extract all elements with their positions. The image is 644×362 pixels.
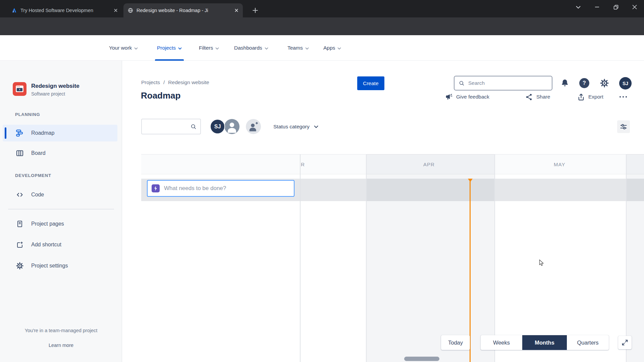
jira-navbar: Jira Software Your work Projects Filters… — [0, 35, 644, 61]
give-feedback-button[interactable]: Give feedback — [445, 92, 489, 102]
new-tab-button[interactable] — [251, 6, 260, 15]
mouse-cursor — [538, 259, 546, 267]
help-icon[interactable]: ? — [579, 78, 589, 88]
epic-icon — [152, 184, 160, 192]
sidebar-item-project-pages[interactable]: Project pages — [3, 216, 117, 232]
create-button[interactable]: Create — [357, 76, 384, 90]
window-controls — [569, 0, 644, 14]
sidebar-item-add-shortcut[interactable]: Add shortcut — [3, 236, 117, 253]
browser-toolbar: uifeed.atlassian.net/jira/software/proje… — [0, 17, 644, 35]
nav-menu-filters[interactable]: Filters — [199, 35, 219, 61]
breadcrumb: Projects / Redesign website — [141, 79, 209, 85]
nav-menu-label: Your work — [109, 45, 132, 51]
zoom-quarters-button[interactable]: Quarters — [567, 335, 609, 350]
global-search-input[interactable] — [468, 80, 548, 86]
timeline-panel-border — [300, 154, 301, 362]
timeline-zoom-group: Weeks Months Quarters — [481, 335, 609, 350]
nav-menu-apps[interactable]: Apps — [323, 35, 341, 61]
sidebar-item-project-settings[interactable]: Project settings — [3, 257, 117, 274]
sidebar-heading-planning: PLANNING — [15, 112, 40, 117]
code-icon — [16, 191, 24, 199]
tab-search-chevron-icon[interactable] — [569, 0, 588, 14]
sidebar-item-label: Code — [31, 192, 44, 198]
sidebar-item-label: Roadmap — [31, 130, 54, 136]
nav-menu-dashboards[interactable]: Dashboards — [234, 35, 268, 61]
today-marker-triangle — [468, 179, 473, 182]
timeline-shaded-column-apr — [366, 154, 494, 362]
search-icon — [459, 80, 465, 86]
zoom-weeks-button[interactable]: Weeks — [481, 335, 522, 350]
view-settings-button[interactable] — [617, 120, 630, 133]
window-minimize-button[interactable] — [588, 0, 606, 14]
breadcrumb-separator: / — [163, 79, 165, 85]
notifications-bell-icon[interactable] — [560, 78, 570, 88]
sidebar-item-label: Project settings — [31, 263, 68, 269]
more-horizontal-icon — [619, 96, 628, 98]
today-button[interactable]: Today — [441, 335, 470, 350]
nav-menu-label: Apps — [323, 45, 335, 51]
learn-more-link[interactable]: Learn more — [0, 343, 122, 348]
export-icon — [577, 93, 585, 101]
breadcrumb-current[interactable]: Redesign website — [168, 79, 209, 85]
project-avatar-icon[interactable] — [13, 82, 26, 96]
nav-menu-projects[interactable]: Projects — [157, 35, 182, 61]
screen: Try Hosted Software Developmen Redesign … — [0, 0, 644, 362]
share-button[interactable]: Share — [525, 92, 550, 102]
horizontal-scrollbar-thumb[interactable] — [404, 357, 439, 361]
settings-gear-icon[interactable] — [600, 78, 609, 88]
add-people-button[interactable] — [246, 119, 261, 134]
project-type: Software project — [31, 91, 65, 97]
share-label: Share — [536, 94, 550, 100]
sidebar-item-code[interactable]: Code — [3, 186, 117, 203]
status-category-dropdown[interactable]: Status category — [273, 119, 318, 134]
create-epic-input[interactable] — [147, 180, 294, 197]
browser-tab-active[interactable]: Redesign website - Roadmap - Ji — [123, 3, 243, 17]
roadmap-icon — [16, 129, 24, 137]
month-label-apr: APR — [423, 162, 435, 167]
export-button[interactable]: Export — [577, 92, 603, 102]
epic-name-input[interactable] — [164, 185, 290, 192]
window-close-button[interactable] — [625, 0, 644, 14]
sidebar-item-roadmap[interactable]: Roadmap — [3, 125, 117, 141]
browser-tab-inactive[interactable]: Try Hosted Software Developmen — [7, 3, 122, 17]
search-icon — [190, 123, 197, 130]
more-actions-button[interactable] — [617, 93, 629, 101]
timeline-gridline — [494, 154, 495, 362]
nav-menu-your-work[interactable]: Your work — [109, 35, 138, 61]
page-title: Roadmap — [141, 90, 180, 101]
user-avatar[interactable]: SJ — [619, 77, 632, 89]
sidebar-item-board[interactable]: Board — [3, 145, 117, 162]
roadmap-search-input[interactable] — [145, 124, 188, 129]
sidebar-divider — [8, 209, 114, 209]
project-settings-gear-icon — [16, 262, 24, 270]
sidebar-item-label: Add shortcut — [31, 242, 61, 248]
global-search[interactable] — [454, 76, 552, 90]
nav-menu-label: Filters — [199, 45, 213, 51]
month-label-clipped: R — [301, 162, 305, 167]
window-restore-button[interactable] — [606, 0, 625, 14]
board-icon — [16, 149, 24, 157]
roadmap-search[interactable] — [141, 119, 201, 134]
atlassian-favicon-icon — [11, 7, 17, 13]
timeline-gridline — [366, 154, 367, 362]
nav-menu-label: Dashboards — [234, 45, 262, 51]
filter-avatar-anonymous[interactable] — [224, 119, 239, 134]
tab-close-icon[interactable] — [233, 7, 239, 13]
add-shortcut-icon — [16, 241, 24, 249]
project-sidebar: Redesign website Software project PLANNI… — [0, 61, 122, 362]
fullscreen-expand-button[interactable] — [618, 336, 632, 349]
share-icon — [525, 93, 533, 101]
filter-avatar-sj[interactable]: SJ — [210, 119, 225, 134]
project-name: Redesign website — [31, 83, 79, 89]
sidebar-footer-text: You're in a team-managed project — [0, 328, 122, 333]
pages-icon — [16, 220, 24, 228]
megaphone-icon — [445, 93, 453, 101]
zoom-months-button-active[interactable]: Months — [522, 335, 567, 350]
export-label: Export — [588, 94, 603, 100]
tab-title: Try Hosted Software Developmen — [20, 8, 110, 13]
nav-menu-label: Projects — [157, 45, 176, 51]
tab-close-icon[interactable] — [113, 7, 119, 13]
breadcrumb-projects[interactable]: Projects — [141, 79, 160, 85]
nav-menu-teams[interactable]: Teams — [287, 35, 309, 61]
add-person-icon — [246, 119, 261, 134]
